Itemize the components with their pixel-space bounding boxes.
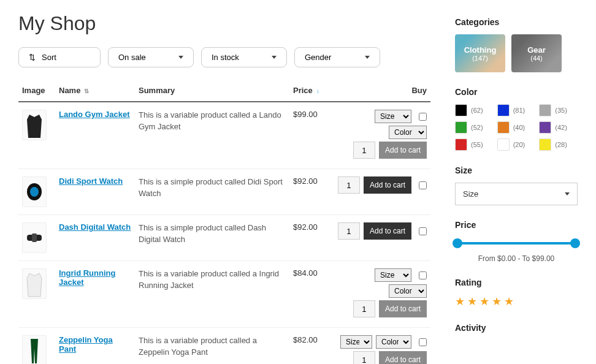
color-swatch	[497, 104, 510, 116]
chevron-down-icon	[178, 56, 183, 59]
category-name: Gear	[527, 45, 546, 55]
select-checkbox[interactable]	[419, 271, 427, 279]
slider-track	[455, 242, 578, 245]
category-count: (147)	[472, 55, 488, 62]
quantity-input[interactable]	[353, 351, 375, 364]
product-table: Image Name Summary Price Buy Lando Gym J…	[18, 80, 430, 364]
product-thumbnail[interactable]	[22, 335, 47, 364]
color-select[interactable]: Color	[389, 126, 427, 139]
select-checkbox[interactable]	[419, 181, 427, 189]
chevron-down-icon	[272, 56, 277, 59]
color-swatch-item[interactable]: (62)	[455, 104, 494, 116]
size-select[interactable]: Size	[340, 335, 372, 349]
color-count: (81)	[513, 107, 525, 114]
instock-label: In stock	[212, 53, 239, 62]
category-clothing[interactable]: Clothing (147)	[455, 34, 505, 72]
rating-heading: Rating	[455, 278, 578, 287]
price-slider[interactable]	[455, 237, 578, 249]
color-swatch	[539, 104, 551, 116]
category-count: (44)	[530, 55, 543, 62]
sort-button[interactable]: ⇅ Sort	[18, 47, 101, 67]
color-select[interactable]: Color	[376, 335, 411, 349]
product-thumbnail[interactable]	[22, 222, 47, 253]
star-icon[interactable]: ★	[467, 295, 477, 308]
quantity-input[interactable]	[353, 300, 375, 317]
add-to-cart-button[interactable]: Add to cart	[379, 300, 427, 317]
slider-thumb-min[interactable]	[453, 238, 462, 248]
size-select[interactable]: Size	[375, 110, 411, 123]
product-name-link[interactable]: Ingrid Running Jacket	[59, 268, 115, 287]
color-select[interactable]: Color	[389, 284, 427, 298]
color-heading: Color	[455, 87, 578, 97]
color-swatch-item[interactable]: (55)	[455, 138, 494, 151]
table-row: Didi Sport Watch This is a simple produc…	[18, 169, 430, 215]
product-thumbnail[interactable]	[22, 110, 47, 140]
star-icon[interactable]: ★	[504, 295, 514, 308]
categories-heading: Categories	[455, 17, 578, 27]
color-swatch-item[interactable]: (28)	[539, 138, 578, 151]
category-list: Clothing (147) Gear (44)	[455, 34, 578, 72]
select-checkbox[interactable]	[419, 227, 427, 235]
quantity-input[interactable]	[338, 176, 360, 194]
page-title: My Shop	[18, 12, 430, 35]
star-icon[interactable]: ★	[479, 295, 489, 308]
sort-icon: ⇅	[29, 53, 36, 62]
color-swatch-item[interactable]: (81)	[497, 104, 536, 116]
add-to-cart-button[interactable]: Add to cart	[364, 222, 411, 240]
color-count: (62)	[471, 107, 483, 114]
color-count: (28)	[555, 141, 567, 148]
product-summary: This is a variable product called a Zepp…	[139, 335, 286, 358]
category-gear[interactable]: Gear (44)	[511, 34, 562, 72]
th-image: Image	[18, 80, 55, 102]
color-count: (55)	[471, 141, 483, 148]
color-swatch	[455, 104, 467, 116]
th-name[interactable]: Name	[55, 80, 135, 102]
product-summary: This is a simple product called Dash Dig…	[139, 222, 286, 246]
gender-label: Gender	[305, 53, 331, 62]
quantity-input[interactable]	[338, 222, 360, 240]
color-count: (35)	[555, 107, 567, 114]
chevron-down-icon	[565, 192, 570, 195]
product-name-link[interactable]: Lando Gym Jacket	[59, 110, 130, 119]
color-swatch	[539, 121, 551, 134]
color-count: (20)	[513, 141, 525, 148]
color-swatch-item[interactable]: (35)	[539, 104, 578, 116]
product-price: $99.00	[293, 110, 318, 119]
price-heading: Price	[455, 220, 578, 230]
th-price[interactable]: Price	[289, 80, 332, 102]
color-swatch-item[interactable]: (52)	[455, 121, 494, 134]
star-icon[interactable]: ★	[455, 295, 465, 308]
price-range-label: From $0.00 - To $99.00	[455, 254, 578, 263]
color-swatch-item[interactable]: (40)	[497, 121, 536, 134]
size-heading: Size	[455, 165, 578, 175]
product-price: $92.00	[293, 176, 318, 186]
gender-filter[interactable]: Gender	[294, 47, 380, 67]
color-swatch	[539, 138, 551, 151]
add-to-cart-button[interactable]: Add to cart	[379, 142, 427, 159]
product-thumbnail[interactable]	[22, 176, 47, 207]
svg-rect-3	[32, 233, 37, 242]
size-select[interactable]: Size	[375, 268, 411, 282]
product-name-link[interactable]: Zeppelin Yoga Pant	[59, 335, 113, 354]
onsale-filter[interactable]: On sale	[108, 47, 194, 67]
size-dropdown[interactable]: Size	[455, 183, 578, 205]
color-swatch-item[interactable]: (42)	[539, 121, 578, 134]
color-count: (42)	[555, 124, 567, 131]
product-name-link[interactable]: Dash Digital Watch	[59, 222, 131, 232]
quantity-input[interactable]	[353, 142, 375, 159]
select-checkbox[interactable]	[419, 113, 427, 121]
add-to-cart-button[interactable]: Add to cart	[379, 351, 427, 364]
color-count: (52)	[471, 124, 483, 131]
color-swatch	[455, 121, 467, 134]
instock-filter[interactable]: In stock	[201, 47, 287, 67]
add-to-cart-button[interactable]: Add to cart	[364, 176, 411, 194]
product-name-link[interactable]: Didi Sport Watch	[59, 176, 123, 186]
product-summary: This is a variable product called a Land…	[139, 110, 286, 133]
product-thumbnail[interactable]	[22, 268, 47, 299]
select-checkbox[interactable]	[419, 338, 427, 346]
table-row: Ingrid Running Jacket This is a variable…	[18, 261, 430, 328]
color-swatch-item[interactable]: (20)	[497, 138, 536, 151]
slider-thumb-max[interactable]	[570, 238, 580, 248]
product-price: $82.00	[293, 335, 318, 344]
star-icon[interactable]: ★	[492, 295, 502, 308]
